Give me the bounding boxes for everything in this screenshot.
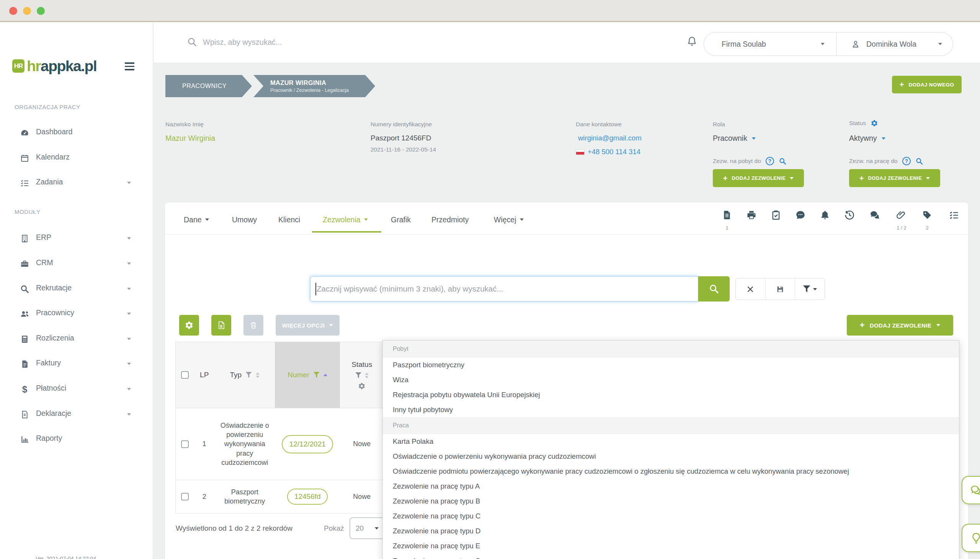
select-all-checkbox[interactable] [181, 371, 189, 379]
dropdown-item[interactable]: Inny tytuł pobytowy [383, 402, 959, 417]
logo[interactable]: hrappka.pl [27, 58, 96, 74]
dropdown-item[interactable]: Oświadczenie podmiotu powierzającego wyk… [383, 464, 959, 479]
checklist-icon[interactable] [949, 210, 959, 220]
user-menu[interactable]: Dominika Wola [836, 33, 953, 56]
attachments-count: 1 / 2 [892, 225, 911, 231]
tab-zezwolenia[interactable]: Zezwolenia [323, 213, 368, 227]
dropdown-item[interactable]: Rejestracja pobytu obywatela Unii Europe… [383, 387, 959, 402]
sidebar-item-deklaracje[interactable]: Deklaracje [0, 408, 153, 421]
bell-icon[interactable] [819, 210, 830, 220]
chat-support-button[interactable] [962, 476, 980, 504]
residence-permit-label: Zezw. na pobyt do [713, 158, 761, 165]
sidebar-item-erp[interactable]: ERP [0, 232, 153, 245]
sort-asc-icon[interactable] [323, 374, 327, 376]
paperclip-icon[interactable] [896, 210, 907, 220]
tab-klienci[interactable]: Klienci [278, 213, 300, 227]
help-icon[interactable]: ? [766, 157, 774, 165]
filter-funnel-icon[interactable] [355, 372, 362, 379]
sidebar-item-crm[interactable]: CRM [0, 258, 153, 271]
save-filter-button[interactable] [765, 279, 795, 299]
search-permit-icon[interactable] [779, 157, 787, 165]
add-new-button[interactable]: + DODAJ NOWEGO [892, 76, 962, 93]
printer-icon[interactable] [746, 210, 757, 220]
tab-umowy[interactable]: Umowy [232, 213, 257, 227]
status-gear-icon[interactable] [871, 119, 878, 127]
sidebar-item-kalendarz[interactable]: Kalendarz [0, 152, 153, 165]
logo-icon[interactable]: HR [12, 59, 25, 73]
filter-funnel-icon[interactable] [313, 372, 319, 379]
dropdown-item[interactable]: Zezwolenie na pracę typu S [383, 553, 959, 559]
search-permit-icon[interactable] [915, 157, 923, 165]
window-chrome [0, 0, 980, 22]
add-work-permit-button[interactable]: + DODAJ ZEZWOLENIE [849, 169, 940, 187]
search-icon [20, 284, 30, 294]
dropdown-item[interactable]: Karta Polaka [383, 434, 959, 449]
comment-dots-icon[interactable] [795, 210, 806, 220]
tab-wiecej[interactable]: Więcej [494, 213, 524, 227]
sidebar-item-faktury[interactable]: Faktury [0, 358, 153, 371]
sort-icon[interactable] [256, 372, 260, 378]
sidebar-item-pracownicy[interactable]: Pracownicy [0, 308, 153, 321]
name-label: Nazwisko Imię [166, 121, 204, 128]
add-residence-permit-button[interactable]: + DODAJ ZEZWOLENIE [713, 169, 804, 187]
history-icon[interactable] [844, 210, 855, 220]
chevron-down-icon [127, 288, 131, 290]
tips-button[interactable] [962, 524, 980, 552]
breadcrumb-current[interactable]: MAZUR WIRGINIA Pracownik / Zezwolenia - … [253, 75, 375, 97]
export-excel-button[interactable] [211, 315, 231, 336]
company-selector[interactable]: Firma Soulab [704, 33, 836, 56]
filter-funnel-icon[interactable] [245, 372, 252, 379]
tab-grafik[interactable]: Grafik [391, 213, 411, 227]
window-minimize-button[interactable] [23, 7, 31, 15]
window-close-button[interactable] [9, 7, 17, 15]
sidebar-item-platnosci[interactable]: $ Płatności [0, 383, 153, 396]
add-permit-button[interactable]: + DODAJ ZEZWOLENIE [847, 315, 953, 336]
sidebar-item-rekrutacje[interactable]: Rekrutacje [0, 283, 153, 296]
filter-search-input[interactable] [310, 277, 678, 301]
employee-name-link[interactable]: Mazur Wirginia [166, 134, 215, 143]
column-settings-gear-icon[interactable] [358, 382, 366, 390]
dropdown-item[interactable]: Zezwolenie na pracę typu E [383, 538, 959, 553]
comments-icon[interactable] [869, 210, 880, 220]
clear-search-button[interactable] [736, 279, 765, 299]
sort-icon[interactable] [365, 373, 369, 379]
table-row[interactable]: 1 Oświadczenie o powierzeniu wykonywania… [175, 408, 384, 480]
tab-przedmioty[interactable]: Przedmioty [431, 213, 469, 227]
phone-row[interactable]: +48 500 114 314 [576, 148, 641, 156]
notifications-bell-icon[interactable] [686, 36, 697, 47]
dropdown-item[interactable]: Zezwolenie na pracę typu D [383, 523, 959, 538]
row-checkbox[interactable] [181, 493, 189, 501]
window-zoom-button[interactable] [37, 7, 45, 15]
table-row[interactable]: 2 Paszport biometryczny 12456fd Nowe [175, 480, 384, 513]
row-numer-badge[interactable]: 12/12/2021 [282, 435, 333, 453]
tag-icon[interactable] [922, 210, 932, 220]
table-settings-button[interactable] [179, 315, 199, 336]
dropdown-item[interactable]: Wiza [383, 372, 959, 387]
global-search-input[interactable] [202, 34, 424, 51]
hamburger-menu-icon[interactable] [125, 62, 134, 72]
dropdown-item[interactable]: Zezwolenie na pracę typu A [383, 479, 959, 494]
email-link[interactable]: wirginia@gmail.com [578, 134, 642, 142]
sidebar-item-raporty[interactable]: Raporty [0, 433, 153, 446]
sidebar-item-dashboard[interactable]: Dashboard [0, 127, 153, 140]
sidebar-item-zadania[interactable]: Zadania [0, 177, 153, 190]
dropdown-item[interactable]: Paszport biometryczny [383, 357, 959, 372]
delete-button[interactable] [243, 315, 263, 336]
filter-search-button[interactable] [698, 276, 730, 301]
row-numer-badge[interactable]: 12456fd [287, 489, 328, 504]
more-options-button[interactable]: WIĘCEJ OPCJI [276, 315, 339, 336]
sidebar-item-rozliczenia[interactable]: Rozliczenia [0, 333, 153, 346]
row-checkbox[interactable] [181, 440, 189, 448]
status-selector[interactable]: Aktywny [849, 134, 886, 143]
tab-dane[interactable]: Dane [184, 213, 209, 227]
breadcrumb-root[interactable]: PRACOWNICY [166, 75, 252, 97]
dropdown-item[interactable]: Zezwolenie na pracę typu C [383, 508, 959, 523]
dropdown-item[interactable]: Oświadczenie o powierzeniu wykonywania p… [383, 449, 959, 464]
help-icon[interactable]: ? [902, 157, 911, 165]
documents-icon[interactable] [722, 210, 732, 220]
page-size-select[interactable]: 20 [349, 517, 385, 539]
clipboard-check-icon[interactable] [771, 210, 781, 220]
dropdown-item[interactable]: Zezwolenie na pracę typu B [383, 494, 959, 508]
filter-dropdown-button[interactable] [795, 279, 824, 299]
role-selector[interactable]: Pracownik [713, 134, 756, 143]
